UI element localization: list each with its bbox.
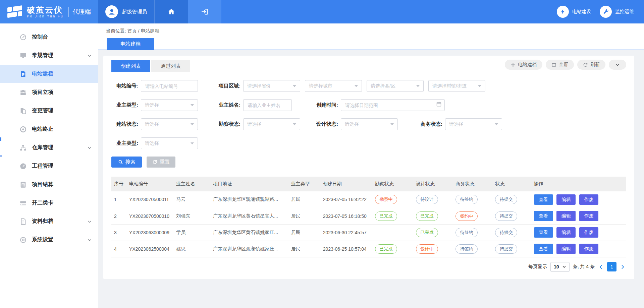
cell-owner: 马云 (173, 191, 210, 208)
business-status-select[interactable]: 请选择 (445, 118, 502, 130)
per-page-value: 10 (554, 264, 559, 269)
owner-name-input[interactable] (243, 99, 292, 111)
prev-page-button[interactable] (598, 264, 604, 270)
create-station-button[interactable]: 电站建档 (505, 60, 542, 70)
edit-button[interactable]: 编辑 (556, 227, 576, 238)
sidebar-item-open-card[interactable]: 开二类卡 (0, 194, 98, 212)
col-owner-type: 业主类型 (288, 177, 320, 191)
caret-down-icon (293, 123, 296, 125)
refresh-icon (583, 62, 588, 67)
date-range-input[interactable] (341, 99, 445, 111)
build-status-select[interactable]: 请选择 (141, 118, 198, 130)
cell-address: 广东深圳龙华区观澜镇姚家庄... (210, 241, 288, 257)
brand-portal: 代理端 (73, 8, 91, 16)
fullscreen-button[interactable]: 全屏 (546, 60, 574, 70)
chevron-right-icon (620, 264, 626, 270)
view-button[interactable]: 查看 (534, 227, 553, 238)
plus-icon (511, 62, 516, 67)
logout-button[interactable] (188, 0, 221, 23)
edit-button[interactable]: 编辑 (556, 244, 576, 254)
sitemap-icon (19, 144, 27, 151)
breadcrumb-bar: 当前位置: 首页 / 电站建档 电站建档 (98, 23, 644, 50)
fullscreen-label: 全屏 (559, 62, 568, 68)
edit-button[interactable]: 编辑 (556, 194, 576, 205)
status-badge: 签约中 (455, 211, 478, 221)
search-label: 搜索 (125, 159, 136, 165)
reset-label: 重置 (160, 159, 170, 165)
chevron-down-icon (87, 53, 92, 58)
page-number[interactable]: 1 (607, 262, 616, 271)
town-placeholder: 请选择村镇/街道 (432, 83, 467, 89)
cell-seq: 1 (111, 191, 126, 208)
sidebar-item-data-archive[interactable]: 资料归档 (0, 212, 98, 231)
status-badge: 待提交 (495, 228, 517, 237)
table-row: 4 YX2023062500004 姚思 广东深圳龙华区观澜镇姚家庄... 居民… (111, 241, 626, 257)
cell-type: 居民 (288, 224, 320, 241)
dashboard-icon (19, 163, 27, 170)
sidebar-item-console[interactable]: 控制台 (0, 28, 98, 46)
sidebar-item-general-mgmt[interactable]: 常规管理 (0, 46, 98, 65)
station-code-input[interactable] (141, 80, 198, 92)
view-button[interactable]: 查看 (534, 194, 553, 205)
sidebar-item-label: 工程管理 (32, 163, 53, 170)
chevron-down-icon (562, 265, 566, 269)
sidebar-item-warehouse-mgmt[interactable]: 仓库管理 (0, 138, 98, 157)
survey-status-select[interactable]: 请选择 (243, 118, 300, 130)
collapse-panel-button[interactable] (609, 60, 626, 70)
sidebar-item-project-initiation[interactable]: 项目立项 (0, 83, 98, 102)
city-select[interactable]: 请选择城市 (305, 80, 362, 92)
sidebar-item-system-settings[interactable]: 系统设置 (0, 231, 98, 249)
reset-button[interactable]: 重置 (147, 157, 175, 168)
user-menu[interactable]: 超级管理员 (98, 0, 154, 23)
status-badge: 待设计 (416, 195, 438, 204)
refresh-button[interactable]: 刷新 (577, 60, 605, 70)
status-badge: 设计中 (416, 244, 438, 254)
void-button[interactable]: 作废 (579, 211, 598, 221)
reset-icon (152, 160, 157, 165)
cell-date: 2023-06-25 10:57:04 (320, 241, 372, 257)
sidebar-item-station-archive[interactable]: 电站建档 (0, 65, 98, 83)
void-button[interactable]: 作废 (579, 194, 598, 205)
county-placeholder: 请选择县/区 (371, 83, 395, 89)
sidebar-item-label: 变更管理 (32, 107, 53, 114)
sidebar-item-change-mgmt[interactable]: 变更管理 (0, 102, 98, 120)
per-page-select[interactable]: 10 (550, 262, 570, 272)
search-button[interactable]: 搜索 (111, 157, 142, 168)
owner-type2-select[interactable]: 请选择 (141, 137, 198, 149)
county-select[interactable]: 请选择县/区 (367, 80, 424, 92)
view-button[interactable]: 查看 (534, 244, 553, 254)
edit-button[interactable]: 编辑 (556, 211, 576, 221)
total-text: 条, 共 4 条 (573, 264, 595, 270)
cell-address: 广东深圳龙华区黄石镇星官大... (210, 208, 288, 224)
view-button[interactable]: 查看 (534, 211, 553, 221)
tab-passed-list[interactable]: 通过列表 (151, 60, 190, 72)
tab-create-list[interactable]: 创建列表 (111, 60, 150, 72)
page-tab-station-archive[interactable]: 电站建档 (107, 38, 154, 50)
caret-down-icon (390, 123, 394, 125)
build-status-placeholder: 请选择 (145, 121, 159, 127)
nav-station-build[interactable]: 电站建设 (557, 6, 591, 18)
fullscreen-icon (551, 62, 556, 67)
next-page-button[interactable] (620, 264, 626, 270)
home-button[interactable] (154, 0, 188, 23)
sidebar-item-station-termination[interactable]: 电站终止 (0, 120, 98, 138)
settings-icon (19, 236, 27, 244)
design-status-select[interactable]: 请选择 (341, 118, 398, 130)
town-select[interactable]: 请选择村镇/街道 (428, 80, 485, 92)
owner-type-select[interactable]: 请选择 (141, 99, 198, 111)
design-status-label: 设计状态: (311, 121, 338, 127)
province-select[interactable]: 请选择省份 (243, 80, 300, 92)
owner-type-label: 业主类型: (111, 102, 138, 108)
brand-divider (68, 7, 69, 17)
void-button[interactable]: 作废 (579, 227, 598, 238)
sidebar-item-project-settlement[interactable]: 项目结算 (0, 175, 98, 194)
void-button[interactable]: 作废 (579, 244, 598, 254)
nav-monitor-ops[interactable]: 监控运维 (600, 6, 634, 18)
cell-owner: 刘强东 (173, 208, 210, 224)
chevron-down-icon (87, 238, 92, 242)
sidebar-item-engineering-mgmt[interactable]: 工程管理 (0, 157, 98, 175)
cell-address: 广东深圳龙华区观澜镇观湖路... (210, 191, 288, 208)
brand: 破茧云伏 Po Jian Yun Fu 代理端 (0, 0, 98, 23)
target-icon (19, 126, 27, 133)
survey-status-label: 勘察状态: (214, 121, 240, 127)
